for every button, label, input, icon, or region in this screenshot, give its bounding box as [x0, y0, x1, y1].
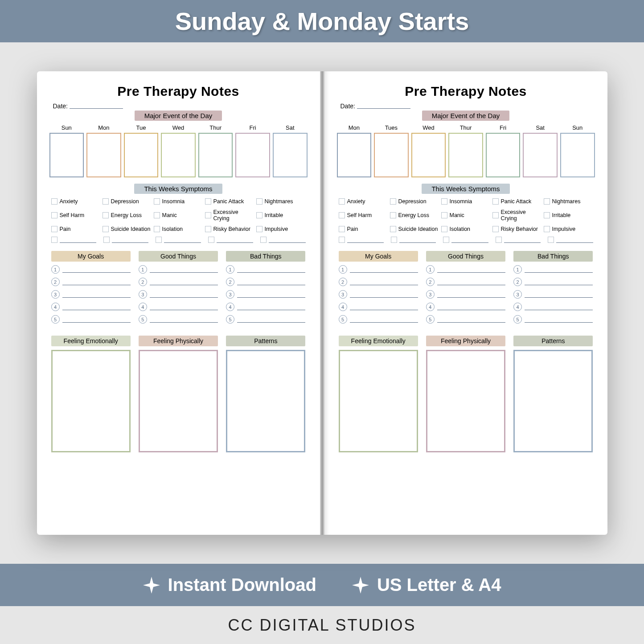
checkbox[interactable] — [390, 198, 396, 205]
write-line[interactable] — [350, 316, 418, 323]
day-box[interactable] — [86, 133, 121, 177]
write-line[interactable] — [150, 266, 218, 273]
checkbox[interactable] — [51, 212, 57, 218]
write-line[interactable] — [350, 304, 418, 310]
day-box[interactable] — [523, 133, 558, 177]
checkbox[interactable] — [339, 198, 345, 205]
day-box[interactable] — [235, 133, 270, 177]
write-line[interactable] — [150, 279, 218, 285]
feeling-physically-box[interactable] — [139, 350, 218, 452]
write-line[interactable] — [347, 237, 384, 243]
write-line[interactable] — [150, 304, 218, 310]
day-box[interactable] — [411, 133, 446, 177]
checkbox[interactable] — [544, 226, 550, 232]
checkbox[interactable] — [205, 198, 211, 205]
write-line[interactable] — [399, 237, 436, 243]
checkbox[interactable] — [339, 226, 345, 232]
write-line[interactable] — [437, 279, 505, 285]
write-line[interactable] — [556, 237, 593, 243]
write-line[interactable] — [437, 291, 505, 298]
write-line[interactable] — [525, 304, 593, 310]
checkbox[interactable] — [492, 198, 499, 205]
write-line[interactable] — [451, 237, 488, 243]
write-line[interactable] — [525, 291, 593, 298]
checkbox[interactable] — [103, 212, 109, 218]
checkbox[interactable] — [51, 237, 57, 243]
write-line[interactable] — [237, 279, 305, 285]
write-line[interactable] — [237, 304, 305, 310]
day-box[interactable] — [560, 133, 595, 177]
day-box[interactable] — [273, 133, 308, 177]
write-line[interactable] — [350, 291, 418, 298]
checkbox[interactable] — [492, 226, 499, 232]
checkbox[interactable] — [443, 237, 449, 243]
checkbox[interactable] — [441, 198, 447, 205]
checkbox[interactable] — [256, 212, 263, 218]
checkbox[interactable] — [339, 212, 345, 218]
checkbox[interactable] — [51, 226, 57, 232]
checkbox[interactable] — [103, 237, 110, 243]
write-line[interactable] — [60, 237, 96, 243]
patterns-box[interactable] — [226, 350, 305, 452]
write-line[interactable] — [237, 266, 305, 273]
checkbox[interactable] — [390, 212, 396, 218]
write-line[interactable] — [62, 291, 131, 298]
write-line[interactable] — [525, 279, 593, 285]
date-line[interactable] — [70, 103, 123, 109]
checkbox[interactable] — [260, 237, 267, 243]
write-line[interactable] — [150, 291, 218, 298]
feeling-emotionally-box[interactable] — [51, 350, 131, 452]
day-box[interactable] — [124, 133, 159, 177]
feeling-physically-box[interactable] — [426, 350, 505, 452]
checkbox[interactable] — [103, 198, 109, 205]
write-line[interactable] — [269, 237, 305, 243]
date-line[interactable] — [357, 103, 410, 109]
checkbox[interactable] — [103, 226, 109, 232]
write-line[interactable] — [217, 237, 253, 243]
checkbox[interactable] — [156, 237, 162, 243]
write-line[interactable] — [62, 304, 131, 310]
write-line[interactable] — [62, 279, 131, 285]
day-box[interactable] — [198, 133, 233, 177]
write-line[interactable] — [525, 316, 593, 323]
day-box[interactable] — [448, 133, 483, 177]
write-line[interactable] — [62, 266, 131, 273]
write-line[interactable] — [62, 316, 131, 323]
checkbox[interactable] — [154, 198, 160, 205]
checkbox[interactable] — [256, 198, 263, 205]
checkbox[interactable] — [205, 226, 211, 232]
checkbox[interactable] — [154, 226, 160, 232]
checkbox[interactable] — [339, 237, 345, 243]
checkbox[interactable] — [154, 212, 160, 218]
day-box[interactable] — [486, 133, 521, 177]
write-line[interactable] — [437, 304, 505, 310]
write-line[interactable] — [437, 316, 505, 323]
feeling-emotionally-box[interactable] — [339, 350, 418, 452]
checkbox[interactable] — [205, 212, 211, 218]
day-box[interactable] — [161, 133, 196, 177]
checkbox[interactable] — [544, 212, 550, 218]
write-line[interactable] — [150, 316, 218, 323]
checkbox[interactable] — [544, 198, 550, 205]
day-box[interactable] — [49, 133, 84, 177]
day-box[interactable] — [374, 133, 409, 177]
write-line[interactable] — [112, 237, 148, 243]
checkbox[interactable] — [391, 237, 397, 243]
checkbox[interactable] — [208, 237, 214, 243]
write-line[interactable] — [237, 291, 305, 298]
write-line[interactable] — [437, 266, 505, 273]
write-line[interactable] — [504, 237, 541, 243]
checkbox[interactable] — [256, 226, 263, 232]
write-line[interactable] — [237, 316, 305, 323]
patterns-box[interactable] — [513, 350, 593, 452]
checkbox[interactable] — [51, 198, 57, 205]
checkbox[interactable] — [548, 237, 554, 243]
checkbox[interactable] — [441, 226, 447, 232]
checkbox[interactable] — [492, 212, 499, 218]
checkbox[interactable] — [496, 237, 502, 243]
checkbox[interactable] — [390, 226, 396, 232]
day-box[interactable] — [337, 133, 372, 177]
checkbox[interactable] — [441, 212, 447, 218]
write-line[interactable] — [164, 237, 201, 243]
write-line[interactable] — [350, 266, 418, 273]
